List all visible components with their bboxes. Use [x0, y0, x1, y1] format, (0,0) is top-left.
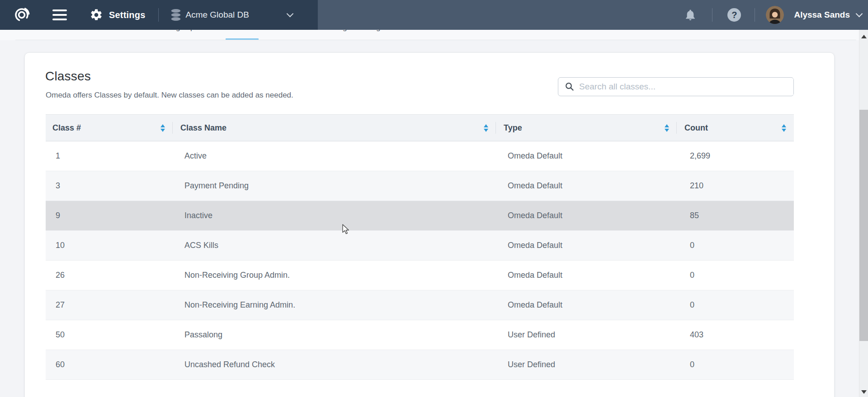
cell-type: Omeda Default [496, 151, 677, 161]
sort-icon [665, 124, 669, 132]
table-row[interactable]: 3 Payment Pending Omeda Default 210 [46, 171, 794, 201]
database-selector-label[interactable]: Acme Global DB [186, 10, 249, 20]
clipped-tab-text: p [190, 30, 194, 32]
table-row[interactable]: 60 Uncashed Refund Check User Defined 0 [46, 350, 794, 380]
vertical-scrollbar[interactable] [859, 30, 868, 397]
navbar-divider [158, 8, 159, 22]
tab-bar-divider [15, 40, 856, 40]
user-menu-label[interactable]: Alyssa Sands [794, 10, 850, 20]
chevron-down-icon[interactable] [856, 10, 863, 17]
clipped-tab-text: g [376, 30, 380, 32]
help-icon[interactable]: ? [727, 8, 741, 22]
cell-class-name: Inactive [173, 211, 496, 220]
cell-class-name: Uncashed Refund Check [173, 360, 496, 369]
cell-count: 85 [677, 211, 794, 220]
cell-class-name: Payment Pending [173, 181, 496, 191]
chevron-down-icon[interactable] [287, 10, 294, 17]
clipped-tab-text: g [343, 30, 347, 32]
classes-table: Class # Class Name Type Count [46, 114, 794, 397]
database-icon [171, 9, 181, 21]
navbar-divider [712, 8, 712, 22]
cell-class-name: Active [173, 151, 496, 161]
table-row[interactable]: 10 ACS Kills Omeda Default 0 [46, 231, 794, 261]
cell-class-number: 50 [46, 330, 173, 340]
search-box[interactable] [558, 77, 794, 96]
hamburger-menu-icon[interactable] [52, 9, 67, 20]
column-header-count[interactable]: Count [677, 115, 794, 141]
column-label: Count [684, 123, 708, 133]
table-body: 1 Active Omeda Default 2,699 3 Payment P… [46, 141, 794, 397]
sort-icon [160, 124, 165, 132]
cell-class-number: 1 [46, 151, 173, 161]
cell-class-name: Passalong [173, 330, 496, 340]
cell-type: Omeda Default [496, 300, 677, 310]
table-row-partial[interactable] [46, 380, 794, 397]
sort-icon [484, 124, 488, 132]
column-label: Class Name [180, 123, 226, 133]
table-row[interactable]: 50 Passalong User Defined 403 [46, 320, 794, 350]
cell-count: 0 [677, 360, 794, 369]
cell-class-number: 26 [46, 271, 173, 280]
scrollbar-thumb[interactable] [859, 110, 868, 341]
column-header-class-number[interactable]: Class # [46, 115, 173, 141]
scroll-down-arrow-icon[interactable] [861, 390, 867, 394]
classes-card: Classes Omeda offers Classes by default.… [24, 52, 835, 397]
tab-bar: g p g g [0, 30, 868, 40]
cell-class-number: 27 [46, 300, 173, 310]
column-header-class-name[interactable]: Class Name [173, 115, 496, 141]
table-row-hovered[interactable]: 9 Inactive Omeda Default 85 [46, 201, 794, 231]
settings-nav-label[interactable]: Settings [109, 10, 146, 20]
sort-icon [782, 124, 786, 132]
navbar-divider [755, 8, 755, 22]
page-description: Omeda offers Classes by default. New cla… [46, 91, 293, 100]
omeda-logo-icon[interactable] [13, 6, 31, 24]
screen: g p g g Classes Omeda offers Classes by … [0, 0, 868, 397]
cell-count: 403 [677, 330, 794, 340]
cell-class-number: 3 [46, 181, 173, 191]
cell-type: User Defined [496, 360, 677, 369]
top-navbar: Settings Acme Global DB ? [0, 0, 868, 30]
page-title: Classes [45, 69, 91, 84]
table-row[interactable]: 26 Non-Receiving Group Admin. Omeda Defa… [46, 261, 794, 290]
cell-type: Omeda Default [496, 271, 677, 280]
cell-type: User Defined [496, 330, 677, 340]
navbar-left-section: Settings Acme Global DB [0, 0, 318, 30]
cell-type: Omeda Default [496, 241, 677, 250]
user-avatar[interactable] [766, 6, 784, 24]
cell-count: 2,699 [677, 151, 794, 161]
column-header-type[interactable]: Type [496, 115, 677, 141]
column-label: Class # [52, 123, 81, 133]
cell-count: 0 [677, 300, 794, 310]
table-header-row: Class # Class Name Type Count [46, 114, 794, 141]
table-row[interactable]: 1 Active Omeda Default 2,699 [46, 141, 794, 171]
navbar-right-section: ? Alyssa Sands [684, 0, 862, 30]
cell-class-name: Non-Receiving Group Admin. [173, 271, 496, 280]
cell-class-number: 60 [46, 360, 173, 369]
column-label: Type [504, 123, 522, 133]
cell-count: 0 [677, 241, 794, 250]
cell-class-number: 10 [46, 241, 173, 250]
search-icon [565, 82, 575, 92]
search-input[interactable] [579, 79, 793, 95]
cell-type: Omeda Default [496, 181, 677, 191]
cell-type: Omeda Default [496, 211, 677, 220]
table-row[interactable]: 27 Non-Receiving Earning Admin. Omeda De… [46, 290, 794, 320]
scroll-up-arrow-icon[interactable] [861, 35, 867, 38]
cell-class-name: ACS Kills [173, 241, 496, 250]
cell-class-number: 9 [46, 211, 173, 220]
cell-count: 210 [677, 181, 794, 191]
cell-count: 0 [677, 271, 794, 280]
notifications-bell-icon[interactable] [684, 9, 697, 21]
clipped-tab-text: g [176, 30, 180, 32]
gear-icon[interactable] [90, 8, 103, 22]
cell-class-name: Non-Receiving Earning Admin. [173, 300, 496, 310]
